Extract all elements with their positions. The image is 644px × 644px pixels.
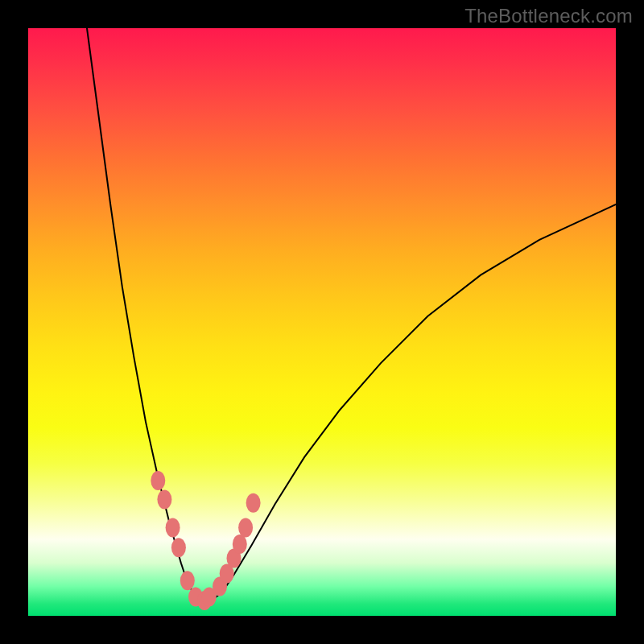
dot <box>246 493 261 513</box>
dot <box>180 571 195 590</box>
dot <box>157 490 171 510</box>
watermark-text: TheBottleneck.com <box>464 5 633 27</box>
curve-line <box>87 28 616 604</box>
dot <box>171 538 186 557</box>
highlight-dots <box>151 471 260 610</box>
dot <box>238 518 253 538</box>
dot <box>151 471 165 490</box>
chart-svg <box>28 28 616 616</box>
dot <box>233 535 247 554</box>
dot <box>166 518 180 538</box>
